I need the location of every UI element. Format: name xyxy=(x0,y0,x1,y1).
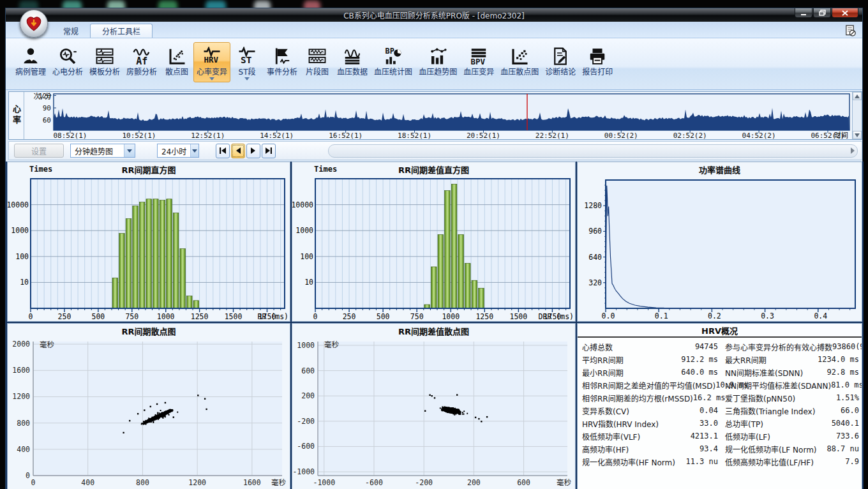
svg-text:10000: 10000 xyxy=(292,200,313,209)
hrv-metric-label: 相邻RR间期差的均方根(rMSSD) xyxy=(578,393,693,403)
hrv-button[interactable]: HRV心率变异 xyxy=(193,42,230,82)
bp-statistics-label: 血压统计图 xyxy=(374,68,412,77)
previous-icon xyxy=(235,147,241,154)
svg-text:1000: 1000 xyxy=(442,312,460,321)
hrv-metric-value: 93860(99.07%) xyxy=(832,342,862,351)
rr-scatter-chart: 0400800120016002000040080012001600毫秒毫秒 xyxy=(8,338,290,489)
minimize-button[interactable] xyxy=(795,8,812,18)
svg-text:04:52(2): 04:52(2) xyxy=(742,132,776,139)
tab-analysis-toolbar[interactable]: 分析工具栏 xyxy=(90,24,153,38)
svg-text:BPV: BPV xyxy=(471,57,486,66)
svg-text:0: 0 xyxy=(31,478,36,487)
next-page-button[interactable] xyxy=(246,144,260,158)
bp-trend-button[interactable]: 血压趋势图 xyxy=(415,42,460,82)
trend-type-select[interactable]: 分钟趋势图 xyxy=(70,144,135,158)
hrv-metric-label: NN间期标准差(SDNN) xyxy=(721,367,827,378)
svg-text:1000: 1000 xyxy=(297,341,315,350)
trend-vertical-scrollbar[interactable] xyxy=(852,92,862,139)
case-management-label: 病例管理 xyxy=(15,68,46,77)
diagnosis-label: 诊断结论 xyxy=(545,68,576,77)
report-print-label: 报告打印 xyxy=(582,68,613,77)
svg-text:250: 250 xyxy=(343,312,356,321)
svg-text:1600: 1600 xyxy=(12,366,30,375)
svg-text:960: 960 xyxy=(588,227,602,236)
svg-text:500: 500 xyxy=(91,312,105,321)
last-page-button[interactable] xyxy=(262,144,276,158)
trend-nav-buttons xyxy=(216,144,276,158)
hrv-metric-label: 平均RR间期 xyxy=(578,354,681,365)
app-menu-button[interactable] xyxy=(20,10,48,38)
svg-text:0.2: 0.2 xyxy=(708,312,721,320)
svg-text:22:52(1): 22:52(1) xyxy=(535,132,569,139)
svg-text:1000: 1000 xyxy=(296,226,313,235)
scroll-up-icon[interactable] xyxy=(853,92,862,100)
svg-text:100: 100 xyxy=(15,252,29,261)
hrv-metric-label: 变异系数(CV) xyxy=(578,405,700,416)
template-analysis-label: 模板分析 xyxy=(89,68,120,77)
ribbon-toolbar: 病例管理心电分析模板分析Af房颤分析散点图HRV心率变异STST段事件分析片段图… xyxy=(6,38,862,90)
tab-general[interactable]: 常规 xyxy=(52,24,90,38)
svg-text:-600: -600 xyxy=(297,442,315,451)
hrv-table-row: 变异系数(CV)0.04 xyxy=(578,404,719,417)
flag-icon xyxy=(273,45,292,68)
bp-scatter-button[interactable]: 血压散点图 xyxy=(497,42,542,82)
duration-select[interactable]: 24小时 xyxy=(157,144,199,158)
svg-text:1250: 1250 xyxy=(191,312,209,321)
st-segment-button[interactable]: STST段 xyxy=(230,42,264,82)
hrv-table-row: 相邻RR间期差的均方根(rMSSD)16.2 ms xyxy=(578,391,719,404)
diagnosis-button[interactable]: 诊断结论 xyxy=(542,42,579,82)
hrv-table-row: HRV指数(HRV Index)33.0 xyxy=(578,417,719,430)
restore-button[interactable] xyxy=(813,8,831,18)
scatter-plot-label: 散点图 xyxy=(165,68,188,77)
trend-horizontal-scrollbar[interactable] xyxy=(328,144,858,158)
first-page-button[interactable] xyxy=(216,144,230,158)
hrv-metric-value: 7.9 xyxy=(845,457,860,466)
svg-text:0: 0 xyxy=(29,312,33,321)
hrv-metric-value: 912.2 ms xyxy=(681,355,719,364)
report-print-button[interactable]: 报告打印 xyxy=(579,42,616,82)
ribbon-tab-bar: 常规 分析工具栏 xyxy=(6,22,862,38)
rr-diff-histogram-panel: TimesRR间期差值直方图 1010010001000002505007501… xyxy=(292,162,576,322)
scroll-down-icon[interactable] xyxy=(853,131,862,139)
bp-statistics-button[interactable]: BP血压统计图 xyxy=(371,42,415,82)
event-analysis-button[interactable]: 事件分析 xyxy=(264,42,301,82)
collapse-ribbon-icon[interactable] xyxy=(844,24,856,37)
hrv-metric-value: 4213.1 xyxy=(691,432,719,440)
hrv-metric-label: 极低频功率(VLF) xyxy=(578,431,691,442)
svg-text:Af: Af xyxy=(136,56,147,66)
af-analysis-button[interactable]: Af房颤分析 xyxy=(123,42,160,82)
close-button[interactable] xyxy=(832,8,858,18)
scatter-plot-button[interactable]: 散点图 xyxy=(160,42,193,82)
svg-text:毫秒: 毫秒 xyxy=(324,340,339,349)
svg-text:10000: 10000 xyxy=(8,200,29,209)
case-management-button[interactable]: 病例管理 xyxy=(12,42,49,82)
hrv-metric-value: 66.0 xyxy=(841,406,860,415)
svg-text:-200: -200 xyxy=(415,478,433,487)
bp-data-button[interactable]: 血压数据 xyxy=(334,42,371,82)
hrv-table-left-column: 心搏总数94745平均RR间期912.2 ms最小RR间期640.0 ms相邻R… xyxy=(578,340,719,468)
svg-text:0.3: 0.3 xyxy=(761,312,774,320)
ecg-analysis-button[interactable]: 心电分析 xyxy=(49,42,86,82)
template-analysis-button[interactable]: 模板分析 xyxy=(86,42,123,82)
svg-text:250: 250 xyxy=(58,312,71,321)
heart-rate-trend-chart[interactable]: 次/分120906008:52(1)10:52(1)12:52(1)14:52(… xyxy=(24,92,852,139)
hrv-metric-label: 总功率(TP) xyxy=(721,418,832,429)
rr-histogram-chart: 1010010001000002505007501000125015001750… xyxy=(8,176,290,321)
svg-text:600: 600 xyxy=(517,478,530,487)
svg-text:10: 10 xyxy=(20,278,29,287)
trend-control-bar: 设置 分钟趋势图 24小时 xyxy=(8,141,862,160)
hrv-summary-panel: HRV概况 心搏总数94745平均RR间期912.2 ms最小RR间期640.0… xyxy=(577,323,862,489)
previous-page-button[interactable] xyxy=(231,144,245,158)
scatter-icon xyxy=(167,45,186,68)
bp-variability-button[interactable]: BPV血压变异 xyxy=(460,42,497,82)
power-spectrum-panel: 功率谱曲线 32064096012800.00.10.20.30.4 xyxy=(577,162,862,322)
segment-chart-button[interactable]: 片段图 xyxy=(301,42,334,82)
svg-text:10:52(1): 10:52(1) xyxy=(122,132,156,139)
hrv-metric-value: 94745 xyxy=(695,342,719,351)
ecg-search-icon xyxy=(58,45,77,68)
hrv-table-row: 低频功率(LF)733.6 xyxy=(721,430,860,442)
next-icon xyxy=(250,147,257,154)
hrv-table-row: 最大RR间期1234.0 ms xyxy=(721,353,860,366)
settings-button[interactable]: 设置 xyxy=(14,144,64,158)
svg-text:200: 200 xyxy=(301,391,315,400)
